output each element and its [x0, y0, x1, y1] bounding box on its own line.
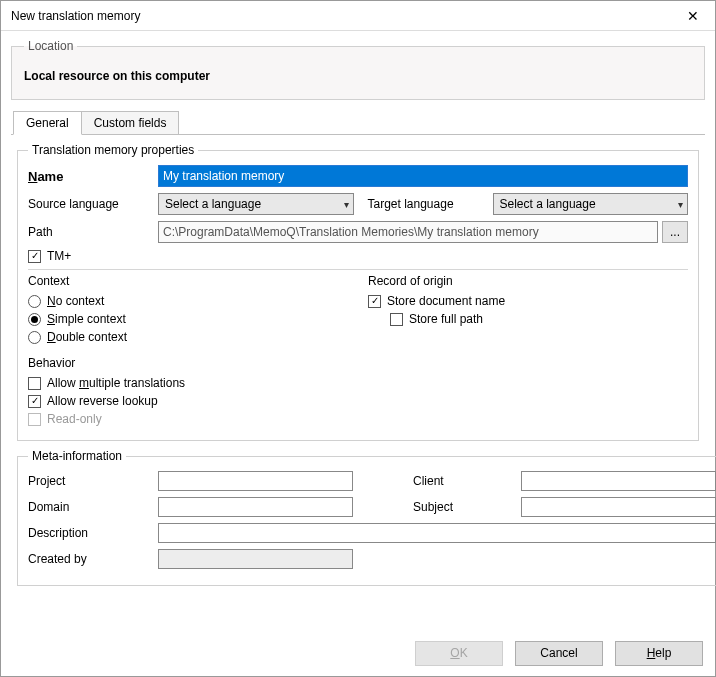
path-field: C:\ProgramData\MemoQ\Translation Memorie… [158, 221, 658, 243]
titlebar: New translation memory ✕ [1, 1, 715, 31]
dialog-window: New translation memory ✕ Location Local … [0, 0, 716, 677]
tmplus-checkbox[interactable]: ✓ [28, 250, 41, 263]
location-value: Local resource on this computer [24, 69, 692, 83]
radio-simple-context[interactable] [28, 313, 41, 326]
store-full-path-label: Store full path [409, 312, 483, 326]
store-doc-name-checkbox[interactable]: ✓ [368, 295, 381, 308]
behavior-section: Behavior Allow multiple translations ✓ A… [28, 356, 688, 426]
allow-reverse-label: Allow reverse lookup [47, 394, 158, 408]
ok-button[interactable]: OK [415, 641, 503, 666]
readonly-label: Read-only [47, 412, 102, 426]
close-button[interactable]: ✕ [673, 2, 713, 30]
context-section: Context No context Simple context Double… [28, 274, 348, 348]
help-button[interactable]: Help [615, 641, 703, 666]
meta-legend: Meta-information [28, 449, 126, 463]
record-legend: Record of origin [368, 274, 688, 288]
description-field[interactable] [158, 523, 716, 543]
domain-label: Domain [28, 500, 158, 514]
separator [28, 269, 688, 270]
client-label: Client [413, 474, 521, 488]
window-title: New translation memory [11, 9, 140, 23]
project-label: Project [28, 474, 158, 488]
radio-double-context[interactable] [28, 331, 41, 344]
tab-general[interactable]: General [13, 111, 82, 135]
created-by-field [158, 549, 353, 569]
target-language-label: Target language [368, 197, 493, 211]
description-label: Description [28, 526, 158, 540]
simple-context-label: Simple context [47, 312, 126, 326]
path-label: Path [28, 225, 158, 239]
source-language-label: Source language [28, 197, 158, 211]
no-context-label: No context [47, 294, 104, 308]
location-legend: Location [24, 39, 77, 53]
tab-custom-fields[interactable]: Custom fields [81, 111, 180, 135]
context-legend: Context [28, 274, 348, 288]
dialog-footer: OK Cancel Help [1, 630, 715, 676]
domain-field[interactable] [158, 497, 353, 517]
chevron-down-icon: ▾ [344, 199, 349, 210]
store-doc-name-label: Store document name [387, 294, 505, 308]
tabs: General Custom fields [11, 110, 705, 135]
allow-multiple-checkbox[interactable] [28, 377, 41, 390]
tm-properties-group: Translation memory properties Name My tr… [17, 143, 699, 441]
double-context-label: Double context [47, 330, 127, 344]
tm-properties-legend: Translation memory properties [28, 143, 198, 157]
browse-button[interactable]: ... [662, 221, 688, 243]
created-by-label: Created by [28, 552, 158, 566]
name-field[interactable]: My translation memory [158, 165, 688, 187]
subject-label: Subject [413, 500, 521, 514]
client-field[interactable] [521, 471, 716, 491]
meta-info-group: Meta-information Project Client Domain S… [17, 449, 716, 586]
radio-no-context[interactable] [28, 295, 41, 308]
project-field[interactable] [158, 471, 353, 491]
cancel-button[interactable]: Cancel [515, 641, 603, 666]
store-full-path-checkbox[interactable] [390, 313, 403, 326]
source-language-select[interactable]: Select a language ▾ [158, 193, 354, 215]
tab-page-general: Translation memory properties Name My tr… [11, 135, 705, 596]
dialog-content: Location Local resource on this computer… [1, 31, 715, 596]
allow-multiple-label: Allow multiple translations [47, 376, 185, 390]
subject-field[interactable] [521, 497, 716, 517]
name-label: Name [28, 169, 158, 184]
target-language-select[interactable]: Select a language ▾ [493, 193, 689, 215]
chevron-down-icon: ▾ [678, 199, 683, 210]
tmplus-label: TM+ [47, 249, 71, 263]
readonly-checkbox [28, 413, 41, 426]
close-icon: ✕ [687, 8, 699, 24]
behavior-legend: Behavior [28, 356, 688, 370]
allow-reverse-checkbox[interactable]: ✓ [28, 395, 41, 408]
record-of-origin-section: Record of origin ✓ Store document name S… [368, 274, 688, 348]
location-group: Location Local resource on this computer [11, 39, 705, 100]
